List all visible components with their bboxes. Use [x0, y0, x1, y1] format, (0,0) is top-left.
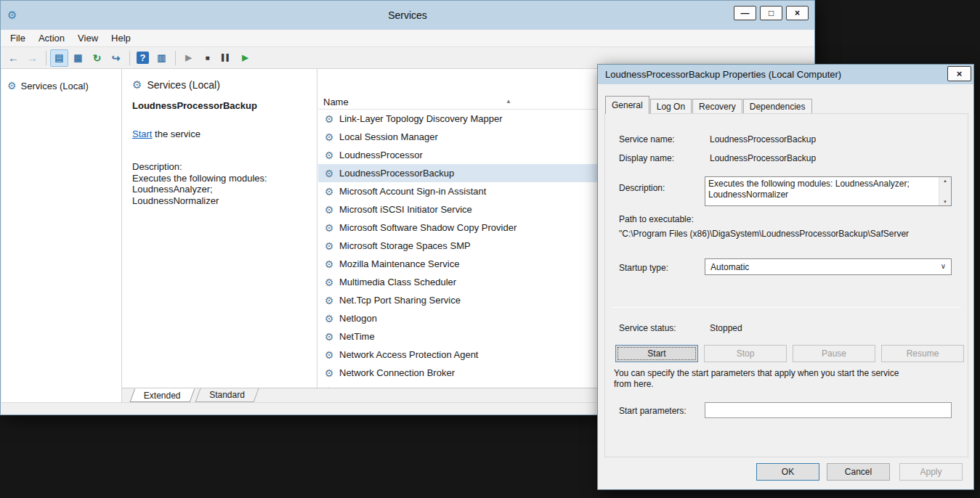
menu-help[interactable]: Help — [105, 30, 137, 46]
description-line: Executes the following modules: — [132, 173, 308, 184]
export-list-icon[interactable]: ↪ — [107, 49, 125, 67]
taskpad: ⚙ Services (Local) LoudnessProcessorBack… — [122, 69, 317, 388]
forward-icon[interactable]: → — [23, 49, 41, 67]
start-button[interactable]: Start — [615, 345, 698, 362]
toolbar-separator — [129, 51, 130, 65]
sort-ascending-icon: ▲ — [506, 98, 511, 105]
menu-bar: FileActionViewHelp — [1, 30, 814, 47]
dialog-close-button[interactable]: × — [947, 66, 971, 81]
service-name-cell: Netlogon — [339, 313, 377, 324]
dialog-tabs: GeneralLog OnRecoveryDependencies — [605, 96, 813, 113]
menu-action[interactable]: Action — [32, 30, 71, 46]
general-tab-page: Service name: LoudnessProcessorBackup Di… — [604, 113, 968, 457]
startup-type-label: Startup type: — [619, 263, 668, 273]
service-gear-icon: ⚙ — [323, 258, 335, 270]
path-label: Path to executable: — [619, 214, 694, 224]
service-status-label: Service status: — [619, 323, 676, 333]
description-line: LoudnessAnalyzer; — [132, 184, 308, 195]
service-gear-icon: ⚙ — [323, 131, 335, 143]
service-name-cell: LoudnessProcessor — [339, 150, 423, 160]
service-name-cell: Link-Layer Topology Discovery Mapper — [339, 113, 502, 124]
selected-service-title: LoudnessProcessorBackup — [132, 100, 308, 111]
view-tab-extended[interactable]: Extended — [130, 388, 195, 402]
dialog-titlebar[interactable]: LoudnessProcessorBackup Properties (Loca… — [598, 65, 973, 84]
tab-log-on[interactable]: Log On — [650, 99, 692, 113]
scroll-up-icon[interactable]: ▲ — [943, 179, 947, 183]
service-gear-icon: ⚙ — [323, 240, 335, 252]
start-service-icon[interactable]: ▶ — [179, 49, 198, 67]
minimize-button[interactable]: — — [734, 6, 756, 20]
service-name-cell: LoudnessProcessorBackup — [339, 168, 454, 179]
service-name-cell: Microsoft Storage Spaces SMP — [339, 240, 471, 251]
service-name-value: LoudnessProcessorBackup — [710, 134, 816, 144]
view-tab-label: Extended — [144, 391, 181, 401]
service-name-cell: Multimedia Class Scheduler — [339, 277, 456, 287]
show-console-tree-icon[interactable]: ▤ — [50, 49, 68, 67]
menu-file[interactable]: File — [4, 30, 32, 46]
service-status-value: Stopped — [710, 323, 742, 333]
description-text: Executes the following modules: Loudness… — [705, 177, 939, 205]
service-name-label: Service name: — [619, 134, 675, 144]
back-icon[interactable]: ← — [4, 49, 23, 67]
pause-button: Pause — [793, 345, 875, 362]
hint-line: You can specify the start parameters tha… — [614, 368, 963, 379]
maximize-button[interactable]: □ — [760, 6, 782, 20]
start-parameters-input[interactable] — [705, 402, 952, 418]
extended-view-icon[interactable]: ▥ — [153, 49, 171, 67]
services-header-icon: ⚙ — [132, 78, 142, 91]
pause-service-icon[interactable]: ▌▌ — [217, 49, 235, 67]
service-name-cell: Microsoft Account Sign-in Assistant — [339, 186, 486, 197]
stop-button: Stop — [704, 345, 787, 362]
properties-dialog: LoudnessProcessorBackup Properties (Loca… — [597, 64, 974, 490]
separator — [612, 307, 960, 308]
service-name-cell: Mozilla Maintenance Service — [339, 258, 459, 269]
service-gear-icon: ⚙ — [323, 313, 335, 324]
restart-service-icon[interactable]: ▶ — [236, 49, 254, 67]
service-name-cell: Network Access Protection Agent — [339, 349, 478, 360]
service-gear-icon: ⚙ — [323, 150, 335, 161]
service-gear-icon: ⚙ — [323, 367, 335, 379]
start-service-link[interactable]: Start — [132, 128, 152, 139]
service-gear-icon: ⚙ — [323, 204, 335, 216]
dropdown-arrow-icon: ∨ — [941, 262, 946, 270]
service-gear-icon: ⚙ — [323, 277, 335, 288]
start-parameters-label: Start parameters: — [619, 406, 687, 416]
display-name-label: Display name: — [619, 153, 674, 163]
hint-line: from here. — [614, 379, 963, 390]
ok-button[interactable]: OK — [756, 463, 819, 481]
view-tab-standard[interactable]: Standard — [195, 388, 259, 402]
service-name-cell: Microsoft Software Shadow Copy Provider — [339, 222, 517, 233]
start-parameters-hint: You can specify the start parameters tha… — [614, 368, 963, 390]
tree-item-services-local[interactable]: ⚙ Services (Local) — [1, 78, 121, 93]
service-name-cell: Local Session Manager — [339, 131, 438, 142]
display-name-value: LoudnessProcessorBackup — [710, 153, 816, 163]
description-scrollbar[interactable]: ▲ ▼ — [939, 177, 951, 205]
tab-general[interactable]: General — [605, 96, 649, 114]
stop-service-icon[interactable]: ■ — [198, 49, 216, 67]
service-gear-icon: ⚙ — [323, 168, 335, 179]
window-controls: —□× — [734, 6, 809, 20]
service-gear-icon: ⚙ — [323, 331, 335, 343]
dialog-title: LoudnessProcessorBackup Properties (Loca… — [605, 69, 841, 80]
startup-type-value: Automatic — [710, 262, 749, 272]
taskpad-description: Executes the following modules:LoudnessA… — [132, 173, 308, 207]
path-value: "C:\Program Files (x86)\DigaSystem\Loudn… — [619, 229, 965, 239]
view-tab-label: Standard — [209, 390, 245, 400]
menu-view[interactable]: View — [71, 30, 105, 46]
close-button[interactable]: × — [786, 6, 809, 20]
service-name-cell: Microsoft iSCSI Initiator Service — [339, 204, 472, 215]
properties-icon[interactable]: ▦ — [69, 49, 87, 67]
description-label: Description: — [132, 161, 308, 173]
help-icon[interactable]: ? — [134, 49, 152, 67]
service-gear-icon: ⚙ — [323, 295, 335, 306]
refresh-icon[interactable]: ↻ — [88, 49, 106, 67]
cancel-button[interactable]: Cancel — [827, 463, 890, 481]
titlebar[interactable]: ⚙ Services —□× — [1, 1, 814, 30]
scroll-down-icon[interactable]: ▼ — [943, 200, 947, 204]
startup-type-select[interactable]: Automatic ∨ — [705, 258, 952, 275]
toolbar-separator — [46, 51, 46, 65]
description-field[interactable]: Executes the following modules: Loudness… — [705, 176, 952, 206]
tab-recovery[interactable]: Recovery — [692, 99, 742, 113]
tab-dependencies[interactable]: Dependencies — [743, 99, 812, 113]
service-gear-icon: ⚙ — [323, 349, 335, 361]
